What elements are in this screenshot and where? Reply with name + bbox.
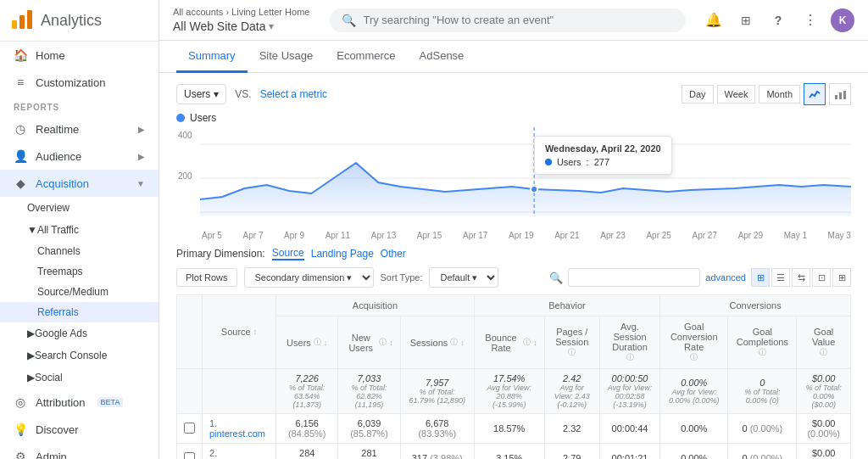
row2-goal-comp: 0 (0.00%) <box>728 444 797 460</box>
sidebar-audience-label: Audience <box>36 150 81 163</box>
sidebar-item-referrals[interactable]: Referrals ◀ <box>0 302 159 322</box>
social-arrow: ▶ <box>27 372 35 383</box>
topbar-search-bar[interactable]: 🔍 <box>330 8 686 32</box>
x-label-9: Apr 23 <box>600 231 625 240</box>
sidebar-item-search-console[interactable]: ▶ Search Console <box>0 344 159 367</box>
sort-type-label: Sort Type: <box>381 272 423 283</box>
sidebar-item-google-ads[interactable]: ▶ Google Ads <box>0 322 159 344</box>
table-grid-icon[interactable]: ⊞ <box>751 268 770 287</box>
topbar-account-title[interactable]: All Web Site Data ▾ <box>173 20 309 33</box>
period-week-button[interactable]: Week <box>717 85 756 104</box>
chart-bar-view-icon[interactable] <box>829 83 851 105</box>
sidebar-item-discover[interactable]: 💡 Discover <box>0 416 159 443</box>
table-custom-icon[interactable]: ⊞ <box>832 268 851 287</box>
tab-site-usage[interactable]: Site Usage <box>248 41 326 73</box>
metric-dropdown[interactable]: Users ▾ <box>176 84 226 104</box>
total-goal-value: $0.00 % of Total: 0.00% ($0.00) <box>797 369 851 414</box>
apps-icon: ⊞ <box>741 14 751 27</box>
sidebar-item-admin[interactable]: ⚙ Admin <box>0 443 159 459</box>
sidebar-overview-label: Overview <box>27 202 70 214</box>
row2-checkbox-input[interactable] <box>184 452 195 460</box>
table-compare-icon[interactable]: ⇆ <box>792 268 810 287</box>
discover-icon: 💡 <box>14 423 27 436</box>
metric-dropdown-label: Users <box>184 88 210 100</box>
search-input[interactable] <box>363 14 674 26</box>
th-pages-session[interactable]: Pages / Session ⓘ <box>544 316 599 369</box>
filter-input[interactable] <box>568 268 700 287</box>
table-view-icons: ⊞ ☰ ⇆ ⊡ ⊞ <box>751 268 851 287</box>
more-button[interactable]: ⋮ <box>798 8 822 32</box>
row1-sessions-pct: (83.93%) <box>418 428 456 439</box>
table-pivot-icon[interactable]: ⊡ <box>812 268 831 287</box>
plot-rows-button[interactable]: Plot Rows <box>176 268 237 287</box>
select-metric-link[interactable]: Select a metric <box>260 88 327 100</box>
notification-button[interactable]: 🔔 <box>702 8 726 32</box>
row1-source-link[interactable]: pinterest.com <box>209 428 265 439</box>
source-sort-arrow: ↕ <box>253 327 258 336</box>
sidebar-google-ads-label: Google Ads <box>35 327 87 339</box>
tab-ecommerce[interactable]: Ecommerce <box>325 41 407 73</box>
dim-landing-page[interactable]: Landing Page <box>311 248 374 260</box>
dim-other[interactable]: Other <box>381 248 406 260</box>
sidebar-item-home[interactable]: 🏠 Home <box>0 42 159 69</box>
total-pages-sub: Avg for View: 2.43 (-0.12%) <box>552 383 593 409</box>
sidebar-item-channels[interactable]: Channels <box>0 241 159 261</box>
th-users[interactable]: Users ⓘ ↓ <box>276 316 338 369</box>
sidebar-item-social[interactable]: ▶ Social <box>0 367 159 389</box>
th-new-users[interactable]: New Users ⓘ ↕ <box>338 316 400 369</box>
tabs-bar: Summary Site Usage Ecommerce AdSense <box>159 41 868 73</box>
breadcrumb-all-accounts[interactable]: All accounts <box>173 7 223 17</box>
th-goal-comp[interactable]: Goal Completions ⓘ <box>728 316 797 369</box>
dim-source[interactable]: Source <box>272 247 304 260</box>
total-goal-conv-value: 0.00% <box>667 378 721 388</box>
tab-summary[interactable]: Summary <box>176 41 248 73</box>
sidebar-item-acquisition[interactable]: ◆ Acquisition ▼ <box>0 170 159 197</box>
sidebar-item-source-medium[interactable]: Source/Medium <box>0 282 159 302</box>
total-avg-session-sub: Avg for View: 00:02:58 (-13.19%) <box>607 383 653 409</box>
breadcrumb-account-name[interactable]: Living Letter Home <box>231 7 309 17</box>
th-source[interactable]: Source ↕ <box>203 295 276 369</box>
sidebar-item-audience[interactable]: 👤 Audience ▶ <box>0 143 159 170</box>
sidebar-item-realtime[interactable]: ◷ Realtime ▶ <box>0 115 159 143</box>
sidebar-item-customization[interactable]: ≡ Customization <box>0 69 159 96</box>
row2-goal-comp-val: 0 <box>743 453 748 459</box>
apps-button[interactable]: ⊞ <box>734 8 758 32</box>
sort-type-select[interactable]: Default ▾ <box>429 267 498 288</box>
th-goal-conv[interactable]: Goal Conversion Rate ⓘ <box>660 316 728 369</box>
help-button[interactable]: ? <box>766 8 790 32</box>
svg-rect-0 <box>12 20 17 29</box>
tooltip-value: Users : 277 <box>545 157 661 167</box>
period-month-button[interactable]: Month <box>759 85 800 104</box>
row1-goal-value-pct: (0.00%) <box>807 428 840 439</box>
row1-checkbox-input[interactable] <box>184 423 195 434</box>
goal-value-info: ⓘ <box>820 347 827 358</box>
total-pages: 2.42 Avg for View: 2.43 (-0.12%) <box>544 369 599 414</box>
secondary-dimension-select[interactable]: Secondary dimension ▾ <box>244 267 374 288</box>
avatar[interactable]: K <box>831 8 854 32</box>
sidebar-item-overview[interactable]: Overview <box>0 197 159 219</box>
sidebar-item-treemaps[interactable]: Treemaps <box>0 261 159 282</box>
th-avg-session[interactable]: Avg. Session Duration ⓘ <box>599 316 659 369</box>
row2-new-users-val: 281 <box>361 448 376 458</box>
period-day-button[interactable]: Day <box>682 85 714 104</box>
th-bounce-rate[interactable]: Bounce Rate ⓘ ↕ <box>474 316 544 369</box>
th-goal-value[interactable]: Goal Value ⓘ <box>797 316 851 369</box>
row2-checkbox[interactable] <box>177 444 203 460</box>
th-sessions[interactable]: Sessions ⓘ ↕ <box>400 316 474 369</box>
notification-icon: 🔔 <box>705 12 722 28</box>
sidebar-item-attribution[interactable]: ◎ Attribution BETA <box>0 389 159 416</box>
th-sessions-label: Sessions <box>410 338 448 348</box>
row1-checkbox[interactable] <box>177 414 203 444</box>
advanced-link[interactable]: advanced <box>705 272 746 283</box>
tab-adsense[interactable]: AdSense <box>408 41 476 73</box>
table-list-icon[interactable]: ☰ <box>771 268 790 287</box>
row2-avg-session: 00:01:21 <box>599 444 659 460</box>
attribution-icon: ◎ <box>14 395 27 409</box>
sidebar-item-all-traffic[interactable]: ▼ All Traffic <box>0 219 159 241</box>
th-acquisition-group: Acquisition <box>276 295 475 316</box>
sessions-info: ⓘ <box>450 337 458 348</box>
help-icon: ? <box>775 14 782 27</box>
row2-users: 284 (3.91%) <box>276 444 338 460</box>
chart-line-view-icon[interactable] <box>804 83 826 105</box>
row1-avg-session: 00:00:44 <box>599 414 659 444</box>
